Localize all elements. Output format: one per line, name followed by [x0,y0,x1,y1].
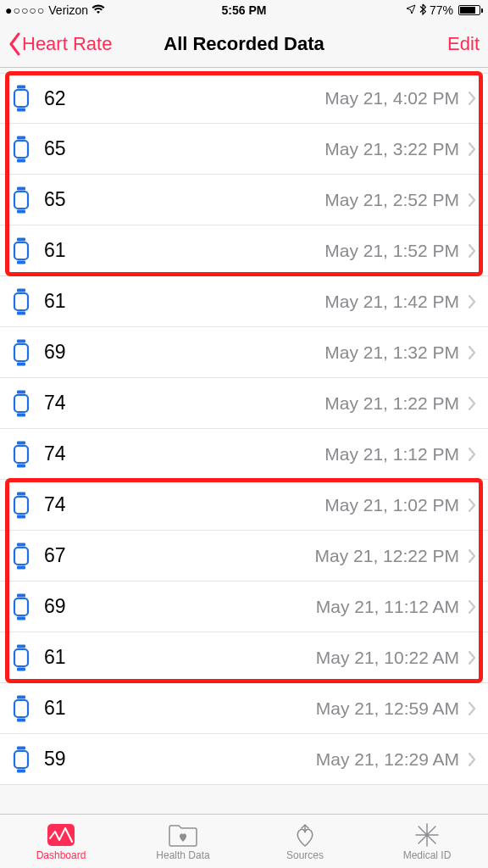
record-row[interactable]: 74May 21, 1:02 PM [0,480,488,531]
svg-rect-26 [17,515,25,518]
watch-icon [12,542,30,570]
watch-icon [12,695,30,722]
tab-sources[interactable]: Sources [244,815,366,868]
svg-rect-0 [14,90,28,107]
svg-rect-9 [14,242,28,259]
chevron-right-icon [468,345,476,360]
watch-icon [12,746,30,773]
svg-rect-19 [17,390,25,393]
record-timestamp: May 21, 1:42 PM [324,292,459,312]
tab-label: Medical ID [403,849,452,861]
heart-rate-value: 69 [44,341,66,364]
records-list: 62May 21, 4:02 PM65May 21, 3:22 PM65May … [0,73,488,785]
heart-rate-value: 74 [44,442,66,465]
signal-strength-icon: ●○○○○ [5,3,45,17]
battery-icon [457,5,483,15]
back-label: Heart Rate [22,33,112,55]
record-timestamp: May 21, 1:52 PM [324,241,459,261]
chevron-right-icon [468,192,476,208]
status-time: 5:56 PM [222,3,267,17]
svg-rect-29 [17,565,25,569]
svg-rect-16 [17,339,25,342]
watch-icon [12,644,30,671]
record-row[interactable]: 59May 21, 12:29 AM [0,734,488,785]
svg-rect-8 [17,209,25,213]
heart-rate-value: 61 [44,646,66,669]
svg-rect-18 [14,395,28,412]
watch-icon [12,237,30,264]
svg-rect-40 [17,746,25,749]
chevron-right-icon [468,243,476,259]
tab-bar: Dashboard Health Data Sources Medical ID [0,814,488,868]
record-row[interactable]: 61May 21, 1:42 PM [0,276,488,327]
chevron-right-icon [468,599,476,615]
svg-rect-7 [17,186,25,190]
dashboard-icon [47,822,75,848]
chevron-right-icon [468,498,476,513]
heart-rate-value: 65 [44,188,66,211]
record-row[interactable]: 69May 21, 11:12 AM [0,581,488,632]
watch-icon [12,492,30,519]
medical-id-icon [414,822,440,848]
records-list-container: 62May 21, 4:02 PM65May 21, 3:22 PM65May … [0,68,488,814]
heart-rate-value: 61 [44,290,66,313]
watch-icon [12,136,30,163]
watch-icon [12,441,30,468]
record-row[interactable]: 61May 21, 1:52 PM [0,225,488,276]
record-row[interactable]: 62May 21, 4:02 PM [0,73,488,124]
record-timestamp: May 21, 1:12 PM [324,444,459,465]
record-row[interactable]: 74May 21, 1:12 PM [0,429,488,480]
tab-health-data[interactable]: Health Data [122,815,244,868]
chevron-right-icon [468,650,476,665]
record-row[interactable]: 67May 21, 12:22 PM [0,531,488,581]
tab-dashboard[interactable]: Dashboard [0,815,122,868]
svg-rect-33 [14,649,28,666]
heart-rate-value: 61 [44,239,66,262]
svg-rect-24 [14,497,28,514]
svg-rect-21 [14,446,28,463]
svg-rect-25 [17,492,25,495]
record-timestamp: May 21, 4:02 PM [324,88,459,108]
svg-rect-1 [17,86,25,89]
chevron-right-icon [468,701,476,716]
tab-label: Health Data [156,849,209,861]
location-icon [406,3,416,17]
record-row[interactable]: 69May 21, 1:32 PM [0,327,488,378]
svg-rect-11 [17,260,25,264]
tab-medical-id[interactable]: Medical ID [366,815,488,868]
record-timestamp: May 21, 10:22 AM [316,648,459,668]
tab-label: Dashboard [36,849,86,861]
svg-rect-23 [17,464,25,467]
record-timestamp: May 21, 11:12 AM [316,597,459,617]
watch-icon [12,339,30,366]
bluetooth-icon [419,3,426,18]
svg-rect-2 [17,108,25,112]
chevron-right-icon [468,396,476,411]
tab-label: Sources [286,849,324,861]
carrier-label: Verizon [48,3,88,17]
record-row[interactable]: 74May 21, 1:22 PM [0,378,488,429]
svg-rect-35 [17,667,25,670]
svg-rect-12 [14,293,28,310]
back-button[interactable]: Heart Rate [8,32,112,56]
folder-heart-icon [168,822,198,848]
svg-rect-28 [17,542,25,546]
svg-rect-32 [17,616,25,620]
record-row[interactable]: 61May 21, 10:22 AM [0,632,488,683]
svg-rect-15 [14,344,28,361]
edit-button[interactable]: Edit [447,33,480,55]
record-row[interactable]: 65May 21, 3:22 PM [0,124,488,175]
record-timestamp: May 21, 2:52 PM [324,190,459,210]
svg-rect-36 [14,700,28,717]
svg-rect-27 [14,548,28,565]
record-timestamp: May 21, 12:22 PM [315,546,459,566]
sources-icon [292,822,318,848]
record-row[interactable]: 65May 21, 2:52 PM [0,175,488,225]
svg-rect-37 [17,695,25,698]
record-row[interactable]: 61May 21, 12:59 AM [0,683,488,734]
watch-icon [12,186,30,214]
heart-rate-value: 74 [44,392,66,415]
svg-rect-38 [17,718,25,721]
heart-rate-value: 61 [44,697,66,720]
svg-rect-6 [14,192,28,209]
